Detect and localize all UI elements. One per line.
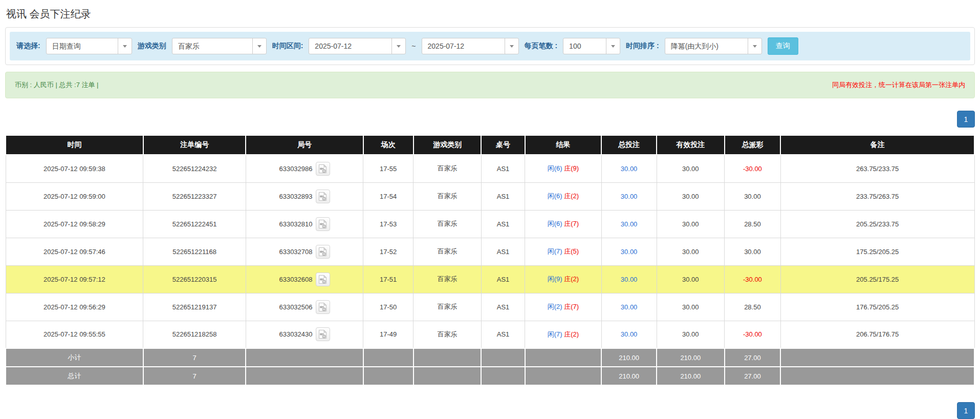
game-type-value: 百家乐: [172, 38, 252, 54]
cell-session: 17-51: [363, 265, 413, 293]
query-type-select[interactable]: 日期查询: [46, 38, 132, 54]
page-size-select[interactable]: 100: [563, 38, 620, 54]
total-bet-link[interactable]: 30.00: [621, 165, 638, 173]
cell-valid-bet: 30.00: [657, 293, 725, 321]
sort-label: 时间排序 :: [626, 41, 659, 51]
cell-result: 闲(7) 庄(2): [525, 321, 602, 348]
payout-value: 30.00: [744, 193, 761, 200]
player-result: 闲(6): [548, 164, 562, 172]
player-result: 闲(9): [548, 275, 562, 283]
total-bet-link[interactable]: 30.00: [621, 276, 638, 283]
column-header: 游戏类别: [413, 135, 482, 155]
summary-total-bet: 210.00: [601, 348, 657, 367]
cell-total-bet: 30.00: [601, 321, 657, 348]
cell-valid-bet: 30.00: [657, 182, 725, 210]
video-replay-button[interactable]: [316, 300, 330, 314]
cell-table-no: AS1: [481, 321, 525, 348]
cell-session: 17-52: [363, 238, 413, 265]
video-replay-button[interactable]: [316, 273, 330, 286]
game-type-select[interactable]: 百家乐: [172, 38, 267, 54]
summary-payout: 27.00: [725, 348, 781, 367]
total-bet-link[interactable]: 30.00: [621, 193, 638, 200]
cell-table-no: AS1: [481, 210, 525, 238]
cell-remark: 263.75/233.75: [780, 155, 974, 182]
summary-count: 7: [143, 348, 246, 367]
column-header: 结果: [525, 135, 602, 155]
banker-result: 庄(7): [564, 220, 579, 227]
summary-round: [246, 367, 363, 385]
cell-round-id: 633032430: [246, 321, 363, 348]
cell-time: 2025-07-12 09:57:12: [6, 265, 143, 293]
cell-game-type: 百家乐: [413, 265, 482, 293]
round-number: 633032506: [279, 303, 312, 311]
cell-valid-bet: 30.00: [657, 238, 725, 265]
date-to-value: 2025-07-12: [422, 38, 505, 54]
cell-bet-id: 522651218258: [143, 321, 246, 348]
page-1-button[interactable]: 1: [957, 111, 975, 128]
banker-result: 庄(5): [564, 247, 579, 255]
round-number: 633032810: [279, 220, 312, 228]
player-result: 闲(7): [548, 247, 562, 255]
player-result: 闲(6): [548, 220, 562, 227]
cell-result: 闲(7) 庄(5): [525, 238, 602, 265]
cell-valid-bet: 30.00: [657, 155, 725, 182]
video-replay-button[interactable]: [316, 217, 330, 231]
cell-remark: 175.25/205.25: [780, 238, 974, 265]
sort-select[interactable]: 降冪(由大到小): [665, 38, 762, 54]
summary-bar: 币别 : 人民币 | 总共 :7 注单 | 同局有效投注，统一计算在该局第一张注…: [5, 72, 975, 98]
cell-remark: 233.75/263.75: [780, 182, 974, 210]
total-bet-link[interactable]: 30.00: [621, 248, 638, 256]
total-bet-link[interactable]: 30.00: [621, 220, 638, 228]
date-to-select[interactable]: 2025-07-12: [422, 38, 519, 54]
summary-session: [363, 348, 413, 367]
date-from-select[interactable]: 2025-07-12: [309, 38, 406, 54]
table-row: 2025-07-12 09:59:38522651224232633032986…: [6, 155, 974, 182]
payout-value: 28.50: [744, 303, 761, 311]
pagination-bottom: 1: [5, 402, 975, 419]
search-button[interactable]: 查询: [768, 37, 798, 55]
table-header-row: 时间注单编号局号场次游戏类别桌号结果总投注有效投注总派彩备注: [6, 135, 974, 155]
video-replay-button[interactable]: [316, 327, 330, 341]
cell-total-bet: 30.00: [601, 265, 657, 293]
cell-round-id: 633032506: [246, 293, 363, 321]
video-document-icon: [318, 275, 327, 284]
summary-session: [363, 367, 413, 385]
sort-value: 降冪(由大到小): [665, 38, 748, 54]
round-number: 633032708: [279, 248, 312, 256]
page-1-button[interactable]: 1: [957, 402, 975, 419]
table-row: 2025-07-12 09:56:29522651219137633032506…: [6, 293, 974, 321]
cell-table-no: AS1: [481, 293, 525, 321]
cell-payout: 30.00: [725, 182, 781, 210]
summary-remark: [780, 367, 974, 385]
cell-payout: 30.00: [725, 238, 781, 265]
summary-row: 小计7210.00210.0027.00: [6, 348, 974, 367]
column-header: 总派彩: [725, 135, 781, 155]
video-replay-button[interactable]: [316, 162, 330, 176]
table-body: 2025-07-12 09:59:38522651224232633032986…: [6, 155, 974, 385]
player-result: 闲(7): [548, 330, 562, 338]
cell-time: 2025-07-12 09:57:46: [6, 238, 143, 265]
cell-remark: 206.75/176.75: [780, 321, 974, 348]
cell-time: 2025-07-12 09:55:55: [6, 321, 143, 348]
video-replay-button[interactable]: [316, 245, 330, 259]
video-document-icon: [318, 192, 327, 201]
records-table: 时间注单编号局号场次游戏类别桌号结果总投注有效投注总派彩备注 2025-07-1…: [5, 135, 975, 386]
total-bet-link[interactable]: 30.00: [621, 330, 638, 338]
cell-table-no: AS1: [481, 155, 525, 182]
summary-remark: [780, 348, 974, 367]
cell-game-type: 百家乐: [413, 238, 482, 265]
table-row: 2025-07-12 09:59:00522651223327633032893…: [6, 182, 974, 210]
cell-total-bet: 30.00: [601, 293, 657, 321]
total-bet-link[interactable]: 30.00: [621, 303, 638, 311]
video-document-icon: [318, 164, 327, 174]
valid-bet-note: 同局有效投注，统一计算在该局第一张注单内: [832, 80, 965, 90]
cell-remark: 205.25/175.25: [780, 265, 974, 293]
filter-bar: 请选择: 日期查询 游戏类别 百家乐 时间区间: 2025-07-12 ~ 20…: [10, 32, 970, 60]
page-size-label: 每页笔数 :: [525, 41, 558, 51]
cell-game-type: 百家乐: [413, 321, 482, 348]
video-replay-button[interactable]: [316, 190, 330, 203]
summary-total-bet: 210.00: [601, 367, 657, 385]
cell-round-id: 633032810: [246, 210, 363, 238]
currency-summary-text: 币别 : 人民币 | 总共 :7 注单 |: [15, 80, 99, 90]
table-row: 2025-07-12 09:58:29522651222451633032810…: [6, 210, 974, 238]
